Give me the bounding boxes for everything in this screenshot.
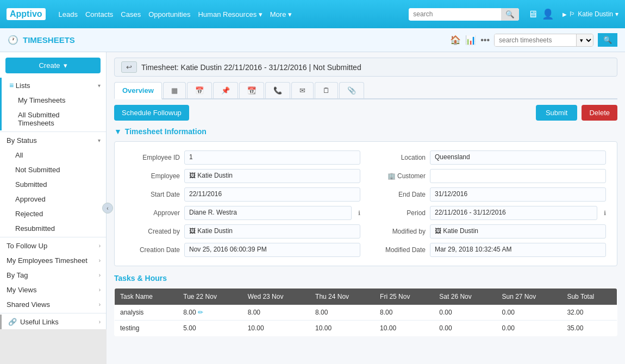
monitor-icon[interactable]: 🖥 [528, 9, 538, 20]
chart-icon[interactable]: 📊 [465, 35, 476, 45]
sidebar-employees-header[interactable]: My Employees Timesheet › [0, 253, 106, 268]
period-info-icon: ℹ [604, 210, 606, 217]
created-by-value: 🖼 Katie Dustin [184, 224, 360, 239]
user-name: Katie Dustin [578, 10, 613, 18]
top-search-button[interactable]: 🔍 [501, 8, 519, 21]
calendar-icon: 📅 [195, 86, 204, 95]
location-value: Queensland [430, 150, 606, 165]
modified-by-row: Modified by 🖼 Katie Dustin [371, 224, 606, 239]
task-sub-analysis: 32.00 [561, 305, 617, 321]
back-button[interactable]: ↩ [121, 61, 137, 73]
modified-date-label: Modified Date [371, 246, 426, 254]
location-row: Location Queensland [371, 150, 606, 165]
create-button[interactable]: Create [5, 58, 101, 73]
nav-cases[interactable]: Cases [121, 10, 141, 18]
by-tag-chevron-icon: › [99, 272, 101, 278]
sidebar-status-resubmitted[interactable]: Resubmitted [11, 221, 106, 236]
tab-grid[interactable]: ▦ [163, 82, 186, 98]
sidebar-by-tag-header[interactable]: By Tag › [0, 268, 106, 283]
section-search-button[interactable]: 🔍 [598, 33, 617, 47]
lists-chevron-icon: ▾ [98, 83, 101, 89]
sidebar-by-status-header[interactable]: By Status ▾ [0, 133, 106, 148]
nav-human-resources[interactable]: Human Resources [198, 10, 262, 18]
task-thu-analysis: 8.00 [310, 305, 374, 321]
timesheet-info-section-header[interactable]: ▼ Timesheet Information [114, 127, 617, 136]
sidebar-my-views-header[interactable]: My Views › [0, 283, 106, 297]
tab-calendar[interactable]: 📅 [187, 82, 212, 98]
employee-row: Employee 🖼 Katie Dustin [126, 169, 360, 183]
nav-more[interactable]: More [270, 10, 292, 18]
attachment-icon: 📎 [347, 86, 356, 95]
status-not-submitted-label: Not Submitted [15, 166, 60, 174]
top-search-input[interactable] [409, 8, 501, 20]
customer-row: 🏢 Customer [371, 169, 606, 183]
sidebar-lists-header[interactable]: ≡ Lists ▾ [3, 78, 106, 93]
timesheet-info-label: Timesheet Information [125, 127, 207, 136]
col-sat: Sat 26 Nov [434, 288, 496, 305]
delete-button[interactable]: Delete [582, 105, 617, 121]
tab-email[interactable]: ✉ [291, 82, 314, 98]
task-sat-analysis: 0.00 [434, 305, 496, 321]
more-options-icon[interactable]: ••• [480, 35, 490, 45]
tab-overview[interactable]: Overview [114, 82, 162, 99]
tab-pin[interactable]: 📌 [213, 82, 238, 98]
task-fri-analysis: 8.00 [374, 305, 434, 321]
user-menu[interactable]: 🏳 Katie Dustin ▾ [562, 10, 618, 18]
modified-by-value: 🖼 Katie Dustin [430, 224, 606, 239]
start-date-label: Start Date [126, 191, 180, 198]
sidebar-shared-views-header[interactable]: Shared Views › [0, 297, 106, 312]
grid-icon: ▦ [171, 86, 178, 95]
tab-phone[interactable]: 📞 [265, 82, 290, 98]
sidebar-collapse-button[interactable]: ‹ [102, 203, 113, 214]
table-row: analysis 8.00 ✏ 8.00 8.00 8.00 0.00 0.00… [115, 305, 617, 321]
employee-id-label: Employee ID [126, 154, 180, 161]
submit-button[interactable]: Submit [536, 105, 577, 121]
tasks-table: Task Name Tue 22 Nov Wed 23 Nov Thu 24 N… [114, 288, 617, 336]
timesheet-info-card: Employee ID 1 Employee 🖼 Katie Dustin St… [114, 141, 617, 266]
my-views-chevron-icon: › [99, 287, 101, 293]
sidebar-status-not-submitted[interactable]: Not Submitted [11, 162, 106, 177]
section-search-dropdown[interactable]: ▾ [576, 34, 593, 46]
end-date-row: End Date 31/12/2016 [371, 187, 606, 202]
action-bar: Schedule Followup Submit Delete [114, 105, 617, 121]
sidebar-lists-label: Lists [16, 81, 30, 90]
by-status-label: By Status [7, 136, 37, 145]
task-wed-testing: 10.00 [242, 321, 310, 336]
start-date-value: 22/11/2016 [184, 187, 360, 202]
nav-contacts[interactable]: Contacts [85, 10, 113, 18]
sidebar-status-rejected[interactable]: Rejected [11, 206, 106, 221]
sidebar-wrapper: Create ≡ Lists ▾ My Timesheets All Submi… [0, 52, 107, 364]
tasks-section: Tasks & Hours Task Name Tue 22 Nov Wed 2… [114, 274, 617, 336]
period-label: Period [371, 209, 426, 217]
user-dropdown-icon: ▾ [615, 10, 618, 18]
person-icon[interactable]: 👤 [542, 8, 554, 20]
task-name-analysis: analysis [115, 305, 178, 321]
task-wed-analysis: 8.00 [242, 305, 310, 321]
sidebar-status-all[interactable]: All [11, 148, 106, 162]
note-icon: 🗒 [323, 86, 330, 95]
home-icon[interactable]: 🏠 [450, 35, 461, 45]
nav-opportunities[interactable]: Opportunities [148, 10, 190, 18]
nav-leads[interactable]: Leads [59, 10, 78, 18]
tab-calendar-check[interactable]: 📆 [239, 82, 264, 98]
calendar-check-icon: 📆 [247, 86, 256, 95]
sidebar-follow-up-header[interactable]: To Follow Up › [0, 239, 106, 253]
logo-text: Apptivo [7, 8, 46, 20]
sidebar-item-my-timesheets[interactable]: My Timesheets [14, 93, 106, 108]
tab-note[interactable]: 🗒 [315, 82, 338, 98]
sidebar-useful-links[interactable]: 🔗 Useful Links › [0, 315, 106, 329]
employees-chevron-icon: › [99, 258, 101, 263]
sidebar-lists-section: ≡ Lists ▾ My Timesheets All Submitted Ti… [0, 78, 106, 130]
location-label: Location [371, 154, 426, 161]
sidebar-status-approved[interactable]: Approved [11, 192, 106, 206]
breadcrumb-title: Timesheet: Katie Dustin 22/11/2016 - 31/… [141, 63, 361, 72]
sidebar-item-all-submitted[interactable]: All Submitted Timesheets [14, 108, 106, 130]
section-search-input[interactable] [495, 34, 576, 46]
section-title-text: TIMESHEETS [23, 35, 75, 45]
edit-icon[interactable]: ✏ [198, 309, 203, 316]
sidebar-status-submitted[interactable]: Submitted [11, 177, 106, 192]
tab-attachment[interactable]: 📎 [339, 82, 364, 98]
schedule-followup-button[interactable]: Schedule Followup [114, 105, 189, 121]
customer-value [430, 169, 606, 183]
section-title: 🕐 TIMESHEETS [8, 35, 450, 45]
